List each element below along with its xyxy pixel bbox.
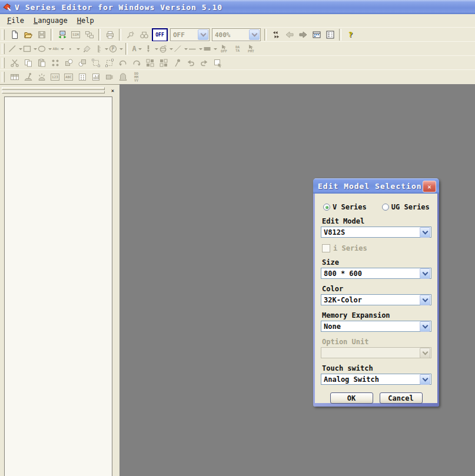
toolbar-standard: SIMOFFOFF400%? bbox=[0, 27, 475, 42]
app-title: V Series Editor for Windows Version 5.10 bbox=[15, 3, 222, 12]
touch-switch-combo[interactable]: Analog Switch bbox=[321, 374, 431, 385]
menu-file[interactable]: File bbox=[2, 15, 29, 26]
menubar: File Language Help bbox=[0, 14, 475, 28]
panel-gripper[interactable] bbox=[2, 87, 105, 94]
help-button[interactable]: ? bbox=[344, 28, 357, 41]
hline-tool-icon bbox=[188, 44, 197, 54]
print-icon bbox=[105, 30, 115, 39]
zoom-combo: 400% bbox=[212, 28, 261, 41]
radio-selected-icon bbox=[323, 204, 330, 211]
dropdown-arrow-icon bbox=[61, 48, 64, 50]
cancel-button[interactable]: Cancel bbox=[380, 392, 423, 404]
ruler-tool-icon bbox=[94, 44, 103, 54]
char-display-button: ABC bbox=[62, 71, 75, 84]
chevron-down-icon[interactable] bbox=[420, 321, 430, 332]
frame-edit2-button bbox=[102, 56, 116, 69]
p-mark-tool-icon: P bbox=[108, 44, 118, 54]
off-toggle-icon: OFF bbox=[155, 32, 164, 38]
alarm-button bbox=[116, 71, 129, 84]
cut-icon bbox=[10, 58, 19, 68]
undo-button bbox=[184, 56, 197, 69]
dialog-title: Edit Model Selection bbox=[318, 182, 422, 191]
pmt-tool-icon: PMT bbox=[248, 45, 254, 53]
screen-list[interactable] bbox=[4, 96, 112, 476]
item-order-button[interactable] bbox=[323, 28, 337, 41]
chevron-down-icon bbox=[198, 29, 208, 40]
dialog-titlebar[interactable]: Edit Model Selection ✕ bbox=[313, 178, 439, 194]
device-check-icon bbox=[126, 30, 135, 39]
rect-tool-button bbox=[22, 42, 37, 55]
frame-edit-icon bbox=[91, 58, 101, 68]
chevron-down-icon[interactable] bbox=[420, 268, 430, 279]
line2-tool-button bbox=[173, 42, 188, 55]
area-select-button bbox=[211, 56, 224, 69]
open-folder-button[interactable] bbox=[21, 28, 35, 41]
help-icon: ? bbox=[348, 33, 353, 36]
edit-model-combo[interactable]: V812S bbox=[321, 227, 431, 238]
keypad-icon bbox=[78, 72, 87, 82]
open-folder-icon bbox=[24, 30, 33, 39]
redo-icon bbox=[200, 58, 209, 68]
dot-tool-button bbox=[65, 42, 80, 55]
rotate-left-icon bbox=[118, 58, 128, 68]
ruler-tool-button bbox=[94, 42, 108, 55]
connector-icon bbox=[105, 72, 114, 82]
save-button bbox=[35, 28, 48, 41]
toolbar-edit bbox=[0, 55, 475, 70]
chevron-down-icon[interactable] bbox=[420, 374, 430, 385]
dialog-buttons: OK Cancel bbox=[321, 392, 431, 404]
dialog-close-button[interactable]: ✕ bbox=[423, 181, 436, 192]
binoculars-button bbox=[137, 28, 151, 41]
pmt-tool-button: PMT bbox=[244, 42, 258, 55]
panel-close-button[interactable]: ✕ bbox=[109, 86, 117, 94]
back-arrow-button bbox=[283, 28, 296, 41]
forward-arrow-button[interactable] bbox=[296, 28, 310, 41]
chevron-down-icon bbox=[249, 29, 260, 40]
color-combo[interactable]: 32K-Color bbox=[321, 294, 431, 305]
size-value: 800 * 600 bbox=[324, 269, 420, 278]
undo-icon bbox=[186, 58, 195, 68]
paste-icon bbox=[37, 58, 46, 68]
series-radio-group: V Series UG Series bbox=[321, 194, 431, 211]
menu-help[interactable]: Help bbox=[72, 15, 99, 26]
connector-button bbox=[102, 71, 116, 84]
copy-button bbox=[21, 56, 35, 69]
size-combo[interactable]: 800 * 600 bbox=[321, 268, 431, 279]
off-cursor-tool-icon: OFF bbox=[221, 45, 227, 53]
dropdown-arrow-icon bbox=[119, 48, 123, 50]
dropdown-arrow-icon bbox=[138, 48, 142, 50]
memory-expansion-label: Memory Expansion bbox=[322, 311, 431, 319]
new-document-button[interactable] bbox=[8, 28, 21, 41]
save-icon bbox=[37, 30, 46, 39]
application-window: V Series Editor for Windows Version 5.10… bbox=[0, 0, 475, 476]
com-transfer-button bbox=[82, 28, 96, 41]
app-titlebar[interactable]: V Series Editor for Windows Version 5.10 bbox=[0, 0, 475, 14]
ok-button[interactable]: OK bbox=[330, 392, 373, 404]
menu-language[interactable]: Language bbox=[29, 15, 72, 26]
globe-tool-icon bbox=[158, 44, 168, 54]
pattern-grid2-icon bbox=[159, 58, 168, 68]
v-series-radio[interactable]: V Series bbox=[323, 203, 367, 211]
table-icon bbox=[10, 72, 19, 82]
off-toggle-button[interactable]: OFF bbox=[152, 28, 168, 42]
ug-series-radio[interactable]: UG Series bbox=[382, 203, 430, 211]
option-unit-combo bbox=[321, 347, 431, 358]
item-order-icon bbox=[325, 30, 335, 39]
binoculars-icon bbox=[139, 30, 149, 39]
pen-tool-icon bbox=[144, 44, 153, 54]
pen-tool-button bbox=[144, 42, 158, 55]
checkbox-icon bbox=[322, 244, 330, 252]
dialog-body: V Series UG Series Edit Model V812S i Se… bbox=[315, 194, 437, 403]
memory-expansion-combo[interactable]: None bbox=[321, 321, 431, 332]
close-icon: ✕ bbox=[427, 184, 431, 190]
chevron-down-icon[interactable] bbox=[420, 227, 430, 238]
switch-icon bbox=[24, 72, 33, 82]
transfer-button[interactable] bbox=[55, 28, 69, 41]
area-select-icon bbox=[213, 58, 222, 68]
item-list-button[interactable] bbox=[310, 28, 323, 41]
pin-button bbox=[170, 56, 184, 69]
rotate-right-icon bbox=[132, 58, 141, 68]
chevron-down-icon[interactable] bbox=[420, 295, 430, 305]
jump-icon bbox=[271, 30, 281, 39]
jump-button[interactable] bbox=[269, 28, 283, 41]
